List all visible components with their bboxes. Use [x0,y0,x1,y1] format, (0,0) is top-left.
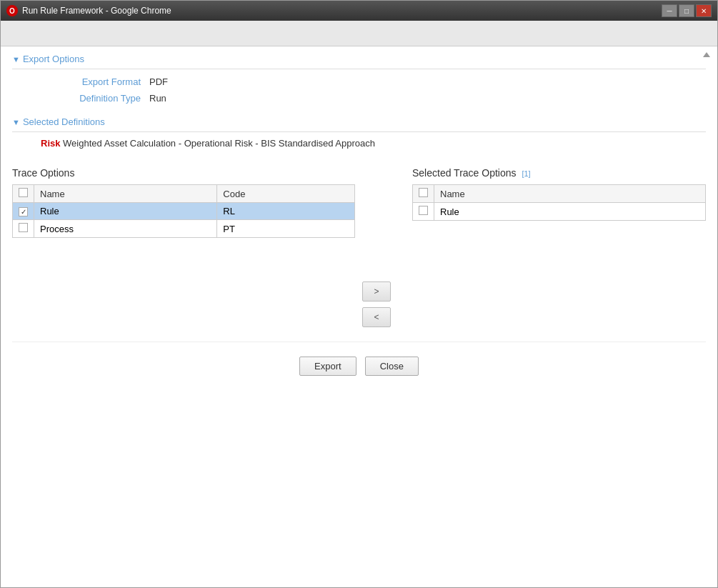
trace-header-checkbox[interactable] [19,188,28,197]
trace-row1-check[interactable]: ✓ [13,203,34,220]
panels-area: Trace Options Name Co [12,167,706,327]
window-controls: ─ □ ✕ [662,4,712,17]
trace-row1-code: RL [217,203,355,220]
export-button[interactable]: Export [299,357,356,376]
trace-options-title: Trace Options [12,167,355,179]
export-format-row: Export Format PDF [12,76,706,87]
trace-row1-checkbox[interactable]: ✓ [19,207,28,216]
inner-content: ▼ Export Options Export Format PDF Defin… [1,46,717,399]
selected-trace-row1-check[interactable] [413,203,434,221]
selected-trace-row1-name: Rule [434,203,706,221]
table-row[interactable]: Process PT [13,220,355,238]
transfer-forward-button[interactable]: > [362,281,391,302]
selected-trace-header-checkbox[interactable] [419,188,428,197]
selected-trace-col-name: Name [434,185,706,203]
trace-col-code: Code [217,185,355,203]
restore-button[interactable]: □ [679,4,694,17]
title-bar-left: O Run Rule Framework - Google Chrome [6,5,171,16]
selected-trace-badge: [1] [522,169,530,178]
definition-type-value: Run [149,93,166,104]
trace-row2-checkbox[interactable] [19,223,28,232]
trace-row2-name: Process [34,220,217,238]
content-area: ▼ Export Options Export Format PDF Defin… [1,46,717,587]
export-options-section-header: ▼ Export Options [12,46,706,69]
toolbar-area [1,21,717,46]
bottom-buttons-area: Export Close [12,342,706,387]
selected-definition-item: Risk Weighted Asset Calculation - Operat… [12,132,706,156]
definition-type-row: Definition Type Run [12,93,706,104]
selected-trace-options-title: Selected Trace Options [1] [412,167,706,179]
export-format-value: PDF [149,76,168,87]
trace-options-header-row: Name Code [13,185,355,203]
trace-row1-name: Rule [34,203,217,220]
selected-trace-options-table: Name Rule [412,184,706,221]
definition-highlight: Risk [41,138,60,149]
title-bar: O Run Rule Framework - Google Chrome ─ □… [1,1,717,21]
main-window: O Run Rule Framework - Google Chrome ─ □… [0,0,718,588]
trace-options-table: Name Code ✓ [12,184,355,238]
minimize-button[interactable]: ─ [662,4,677,17]
definition-type-label: Definition Type [41,93,141,104]
backward-icon: < [374,312,379,322]
trace-col-check [13,185,34,203]
export-format-label: Export Format [41,76,141,87]
table-row[interactable]: Rule [413,203,706,221]
selected-trace-header-row: Name [413,185,706,203]
selected-trace-options-panel: Selected Trace Options [1] Name [412,167,706,221]
definition-rest: Weighted Asset Calculation - Operational… [60,138,375,149]
forward-icon: > [374,286,379,297]
trace-options-panel: Trace Options Name Co [12,167,355,238]
selected-trace-row1-checkbox[interactable] [419,206,428,215]
window-title: Run Rule Framework - Google Chrome [22,6,171,16]
transfer-backward-button[interactable]: < [362,307,391,327]
selected-definitions-chevron: ▼ [12,118,20,126]
close-button[interactable]: Close [365,357,419,376]
table-row[interactable]: ✓ Rule RL [13,203,355,220]
app-icon: O [6,5,18,16]
selected-definitions-section-header: ▼ Selected Definitions [12,109,706,132]
selected-definitions-title: Selected Definitions [23,116,105,127]
trace-row2-code: PT [217,220,355,238]
selected-trace-col-check [413,185,434,203]
export-options-title: Export Options [23,54,84,64]
trace-col-name: Name [34,185,217,203]
export-options-chevron: ▼ [12,55,20,64]
trace-row2-check[interactable] [13,220,34,238]
close-window-button[interactable]: ✕ [696,4,712,17]
transfer-buttons-area: > < [355,167,398,327]
